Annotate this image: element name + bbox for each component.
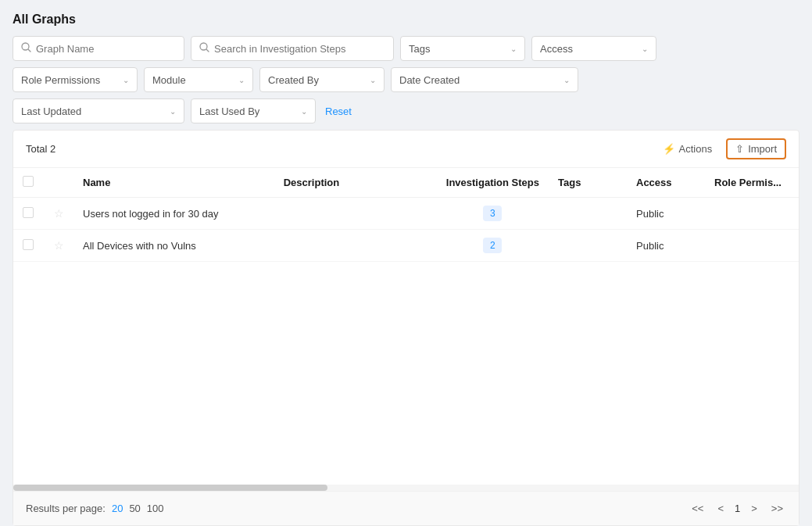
reset-button[interactable]: Reset <box>322 106 355 117</box>
graph-name-input[interactable] <box>13 36 184 61</box>
actions-button[interactable]: ⚡ Actions <box>656 140 719 158</box>
table-empty-space <box>13 262 799 485</box>
investigation-steps-badge: 3 <box>483 206 502 221</box>
search-icon <box>21 42 31 55</box>
scrollbar-area[interactable] <box>13 485 799 491</box>
filter-row-2: Role Permissions ⌄ Module ⌄ Created By ⌄… <box>13 67 799 92</box>
per-page-20[interactable]: 20 <box>112 503 123 514</box>
search-icon-2 <box>199 42 209 55</box>
row-role-permissions <box>705 198 799 230</box>
scrollbar-thumb[interactable] <box>13 485 327 491</box>
import-button[interactable]: ⇧ Import <box>726 138 786 159</box>
last-updated-label: Last Updated <box>21 106 81 117</box>
investigation-steps-field[interactable] <box>214 43 385 55</box>
last-updated-filter[interactable]: Last Updated ⌄ <box>13 98 184 123</box>
row-access: Public <box>627 230 705 262</box>
table-header-row: Name Description Investigation Steps Tag… <box>13 168 799 198</box>
module-label: Module <box>152 74 186 86</box>
header-investigation-steps: Investigation Steps <box>437 168 549 198</box>
header-tags: Tags <box>549 168 627 198</box>
next-page-button[interactable]: > <box>748 501 760 516</box>
role-permissions-filter[interactable]: Role Permissions ⌄ <box>13 67 138 92</box>
row-investigation-steps: 3 <box>437 198 549 230</box>
row-role-permissions <box>705 230 799 262</box>
header-description: Description <box>274 168 437 198</box>
date-created-chevron-icon: ⌄ <box>563 76 570 84</box>
row-star-cell: ☆ <box>45 198 73 230</box>
last-used-by-filter[interactable]: Last Used By ⌄ <box>191 98 316 123</box>
svg-line-3 <box>206 49 209 52</box>
last-used-by-chevron-icon: ⌄ <box>301 107 307 116</box>
actions-label: Actions <box>679 143 713 155</box>
row-name[interactable]: All Devices with no Vulns <box>73 230 274 262</box>
access-label: Access <box>540 43 573 55</box>
filter-row-3: Last Updated ⌄ Last Used By ⌄ Reset <box>13 98 799 123</box>
header-role-permissions: Role Permis... <box>705 168 799 198</box>
header-access: Access <box>627 168 705 198</box>
row-description <box>274 198 437 230</box>
page-title: All Graphs <box>0 0 812 36</box>
select-all-checkbox[interactable] <box>23 176 34 187</box>
tags-filter[interactable]: Tags ⌄ <box>400 36 525 61</box>
pagination-bar: Results per page: 20 50 100 << < 1 > >> <box>13 491 799 525</box>
module-filter[interactable]: Module ⌄ <box>144 67 253 92</box>
header-actions: ⚡ Actions ⇧ Import <box>656 138 786 159</box>
page-wrapper: All Graphs <box>0 0 812 526</box>
last-used-by-label: Last Used By <box>199 106 259 117</box>
row-investigation-steps: 2 <box>437 230 549 262</box>
import-label: Import <box>748 143 777 155</box>
import-icon: ⇧ <box>735 143 744 155</box>
last-updated-chevron-icon: ⌄ <box>170 107 176 116</box>
created-by-chevron-icon: ⌄ <box>370 76 376 84</box>
pagination-nav: << < 1 > >> <box>689 501 786 516</box>
row-checkbox-cell <box>13 198 45 230</box>
row-checkbox[interactable] <box>23 239 34 250</box>
svg-point-0 <box>22 43 29 50</box>
date-created-filter[interactable]: Date Created ⌄ <box>391 67 578 92</box>
table-header-bar: Total 2 ⚡ Actions ⇧ Import <box>13 131 799 168</box>
row-checkbox[interactable] <box>23 207 34 218</box>
row-checkbox-cell <box>13 230 45 262</box>
filters-area: Tags ⌄ Access ⌄ Role Permissions ⌄ Modul… <box>0 36 812 130</box>
star-icon[interactable]: ☆ <box>54 239 64 252</box>
star-icon[interactable]: ☆ <box>54 207 64 220</box>
table-row: ☆ All Devices with no Vulns 2 Public <box>13 230 799 262</box>
tags-label: Tags <box>409 43 430 55</box>
last-page-button[interactable]: >> <box>768 501 786 516</box>
data-table: Name Description Investigation Steps Tag… <box>13 168 799 262</box>
content-area: Total 2 ⚡ Actions ⇧ Import <box>13 130 799 526</box>
graph-name-field[interactable] <box>36 43 176 55</box>
row-name[interactable]: Users not logged in for 30 day <box>73 198 274 230</box>
total-count: Total 2 <box>26 143 55 155</box>
svg-point-2 <box>200 43 207 50</box>
current-page: 1 <box>735 503 740 514</box>
row-tags <box>549 198 627 230</box>
filter-row-1: Tags ⌄ Access ⌄ <box>13 36 799 61</box>
created-by-label: Created By <box>268 74 319 86</box>
tags-chevron-icon: ⌄ <box>510 45 517 53</box>
header-checkbox-col <box>13 168 45 198</box>
per-page-100[interactable]: 100 <box>147 503 164 514</box>
date-created-label: Date Created <box>399 74 460 86</box>
investigation-steps-badge: 2 <box>483 238 502 253</box>
per-page-50[interactable]: 50 <box>129 503 140 514</box>
created-by-filter[interactable]: Created By ⌄ <box>259 67 385 92</box>
role-permissions-chevron-icon: ⌄ <box>123 76 129 84</box>
actions-icon: ⚡ <box>663 143 675 155</box>
header-star-col <box>45 168 73 198</box>
prev-page-button[interactable]: < <box>714 501 727 516</box>
svg-line-1 <box>28 49 30 52</box>
results-per-page: Results per page: 20 50 100 <box>26 503 164 514</box>
row-description <box>274 230 437 262</box>
row-star-cell: ☆ <box>45 230 73 262</box>
module-chevron-icon: ⌄ <box>238 76 245 84</box>
access-filter[interactable]: Access ⌄ <box>531 36 656 61</box>
table-row: ☆ Users not logged in for 30 day 3 Publi… <box>13 198 799 230</box>
row-access: Public <box>627 198 705 230</box>
row-tags <box>549 230 627 262</box>
role-permissions-label: Role Permissions <box>21 74 100 86</box>
investigation-steps-input[interactable] <box>191 36 394 61</box>
header-name: Name <box>73 168 274 198</box>
first-page-button[interactable]: << <box>689 501 706 516</box>
access-chevron-icon: ⌄ <box>642 45 648 53</box>
